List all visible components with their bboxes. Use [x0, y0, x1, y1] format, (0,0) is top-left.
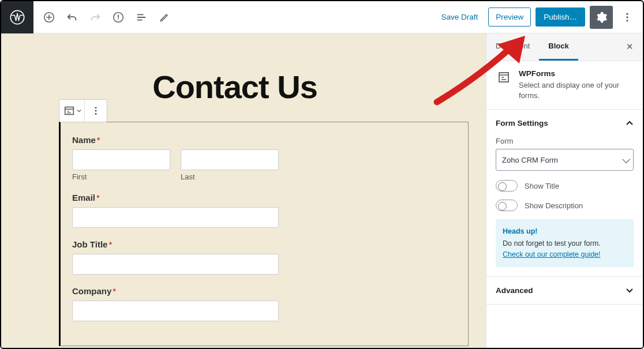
settings-sidebar: Document Block ✕ WPForms Select and disp…	[486, 33, 643, 348]
editor-canvas[interactable]: Contact Us Name* First	[1, 33, 486, 348]
svg-point-9	[95, 113, 97, 115]
more-options-button[interactable]	[617, 6, 637, 29]
tab-document[interactable]: Document	[486, 33, 539, 61]
form-select-label: Form	[496, 137, 634, 145]
chevron-down-icon	[626, 286, 634, 294]
email-input[interactable]	[72, 207, 279, 228]
guide-link[interactable]: Check out our complete guide!	[503, 250, 601, 258]
block-toolbar	[59, 99, 107, 122]
first-name-input[interactable]	[72, 149, 170, 170]
chevron-up-icon	[626, 119, 634, 127]
form-settings-panel: Form Settings Form Zoho CRM Form Show Ti…	[486, 110, 643, 276]
settings-button[interactable]	[590, 6, 613, 29]
svg-point-4	[626, 16, 628, 18]
advanced-panel: Advanced	[486, 277, 643, 305]
toolbar-left	[33, 7, 174, 27]
job-title-input[interactable]	[72, 254, 279, 275]
edit-button[interactable]	[155, 7, 174, 27]
heads-up-notice: Heads up! Do not forget to test your for…	[496, 219, 634, 267]
company-input[interactable]	[72, 301, 279, 321]
job-title-label: Job Title*	[72, 239, 456, 249]
first-sublabel: First	[72, 172, 170, 181]
wpforms-icon	[496, 69, 512, 85]
name-label: Name*	[72, 135, 456, 145]
show-title-toggle[interactable]	[496, 180, 518, 192]
block-info-panel: WPForms Select and display one of your f…	[486, 61, 643, 110]
add-block-button[interactable]	[39, 7, 59, 27]
close-sidebar-button[interactable]: ✕	[617, 33, 643, 61]
tab-block[interactable]: Block	[539, 33, 578, 61]
selected-block: Name* First Last Email*	[59, 122, 469, 346]
preview-button[interactable]: Preview	[488, 7, 531, 27]
redo-button[interactable]	[85, 7, 105, 27]
advanced-header[interactable]: Advanced	[486, 277, 643, 304]
svg-point-5	[626, 20, 628, 21]
save-draft-link[interactable]: Save Draft	[435, 13, 484, 21]
svg-point-7	[95, 107, 97, 108]
main-area: Contact Us Name* First	[1, 33, 643, 348]
form-select[interactable]: Zoho CRM Form	[496, 149, 634, 171]
required-mark: *	[97, 135, 100, 145]
email-field-group: Email*	[72, 193, 456, 228]
block-type-button[interactable]	[59, 100, 85, 122]
content-structure-button[interactable]	[108, 7, 128, 27]
svg-point-3	[626, 13, 628, 14]
show-description-label: Show Description	[525, 201, 583, 210]
svg-point-8	[95, 110, 97, 112]
block-description: Select and display one of your forms.	[519, 80, 634, 101]
job-title-field-group: Job Title*	[72, 239, 456, 275]
wpforms-block[interactable]: Name* First Last Email*	[59, 122, 469, 346]
last-sublabel: Last	[181, 172, 279, 181]
svg-point-0	[10, 10, 24, 24]
block-more-button[interactable]	[85, 100, 107, 122]
svg-rect-6	[65, 107, 73, 115]
publish-button[interactable]: Publish…	[536, 7, 585, 27]
list-view-button[interactable]	[132, 7, 151, 27]
email-label: Email*	[72, 193, 456, 202]
block-name: WPForms	[519, 69, 634, 78]
sidebar-tabs: Document Block ✕	[486, 33, 643, 61]
name-field-group: Name* First Last	[72, 135, 456, 181]
undo-button[interactable]	[62, 7, 82, 27]
form-settings-header[interactable]: Form Settings	[486, 110, 643, 137]
last-name-input[interactable]	[181, 149, 279, 170]
show-description-toggle[interactable]	[496, 200, 518, 211]
company-field-group: Company*	[72, 286, 456, 321]
toolbar-right: Save Draft Preview Publish…	[435, 6, 643, 29]
wordpress-logo[interactable]	[1, 1, 33, 33]
company-label: Company*	[72, 286, 456, 296]
editor-topbar: Save Draft Preview Publish…	[1, 1, 643, 33]
show-title-label: Show Title	[525, 182, 559, 190]
